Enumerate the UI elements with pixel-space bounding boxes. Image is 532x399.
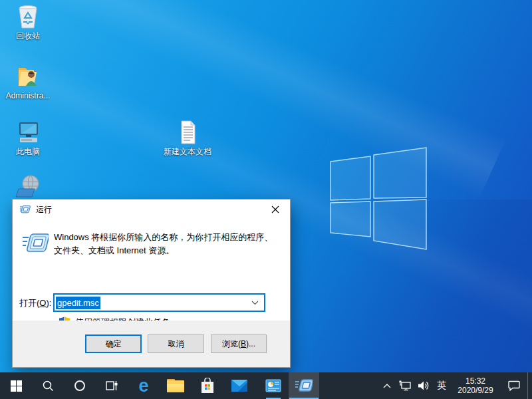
open-label-suffix: ):	[46, 298, 51, 308]
file-explorer-button[interactable]	[160, 372, 192, 399]
taskbar-app-run[interactable]	[289, 372, 319, 399]
desktop-icon-label: 回收站	[3, 31, 53, 41]
action-center-icon	[508, 380, 520, 391]
desktop-icon-label: 此电脑	[3, 147, 53, 156]
ime-indicator[interactable]: 英	[433, 372, 450, 399]
desktop-icon-this-pc[interactable]: 此电脑	[3, 120, 53, 156]
windows-start-icon	[11, 380, 22, 392]
store-button[interactable]	[192, 372, 223, 399]
store-icon	[200, 378, 215, 394]
file-explorer-icon	[167, 379, 184, 392]
chevron-up-icon	[383, 384, 391, 388]
ok-button-label: 确定	[106, 338, 122, 350]
run-dialog-footer: 确定 取消 浏览(B)...	[13, 321, 290, 367]
desktop-icon-new-text-document[interactable]: 新建文本文档	[162, 120, 213, 156]
desktop-icon-label: Administra...	[3, 91, 53, 100]
taskbar-clock[interactable]: 15:32 2020/9/29	[450, 376, 501, 395]
system-tray: 英 15:32 2020/9/29	[378, 372, 532, 399]
search-icon	[42, 380, 54, 392]
open-label-prefix: 打开(	[19, 298, 39, 308]
open-row: 打开(O): gpedit.msc	[19, 294, 285, 311]
run-icon-large	[22, 233, 49, 255]
task-view-icon	[105, 380, 118, 392]
browse-button[interactable]: 浏览(B)...	[211, 334, 267, 353]
run-dialog-titlebar[interactable]: 运行	[13, 200, 290, 219]
mail-icon	[231, 380, 247, 392]
user-folder-icon	[15, 64, 41, 89]
chevron-down-icon[interactable]	[251, 301, 259, 305]
open-label-mnemonic: O	[39, 298, 46, 308]
desktop-icon-network[interactable]	[3, 172, 53, 199]
close-icon	[271, 205, 279, 213]
desktop-icon-recycle-bin[interactable]: 回收站	[3, 4, 53, 41]
close-button[interactable]	[260, 200, 290, 219]
cancel-button[interactable]: 取消	[148, 334, 204, 353]
clock-time: 15:32	[450, 376, 501, 386]
run-command-combobox[interactable]: gpedit.msc	[54, 294, 265, 311]
browse-label-mnemonic: B	[241, 339, 246, 348]
cortana-button[interactable]	[64, 372, 96, 399]
windows-logo	[325, 144, 434, 257]
ok-button[interactable]: 确定	[85, 334, 142, 353]
search-button[interactable]	[32, 372, 64, 399]
desktop-icon-label: 新建文本文档	[162, 147, 213, 156]
description-line1: Windows 将根据你所输入的名称，为你打开相应的程序、	[54, 231, 283, 244]
cortana-icon	[74, 380, 86, 392]
browse-label-suffix: )...	[246, 339, 255, 348]
clock-date: 2020/9/29	[450, 386, 501, 395]
start-button[interactable]	[0, 372, 32, 399]
show-desktop-button[interactable]	[527, 372, 532, 399]
network-tray-button[interactable]	[396, 372, 414, 399]
volume-tray-button[interactable]	[414, 372, 433, 399]
network-tray-icon	[399, 380, 411, 391]
run-dialog: 运行 Windows 将根据你所输入的名称，为你打开相应的程序、 文件夹、文档或…	[12, 199, 291, 368]
taskbar-app-system-window[interactable]	[258, 372, 289, 399]
taskbar: e	[0, 372, 532, 399]
volume-icon	[418, 380, 430, 391]
run-description: Windows 将根据你所输入的名称，为你打开相应的程序、 文件夹、文档或 In…	[54, 231, 283, 257]
description-line2: 文件夹、文档或 Internet 资源。	[54, 244, 283, 257]
task-view-button[interactable]	[96, 372, 128, 399]
run-command-input-value[interactable]: gpedit.msc	[56, 297, 100, 309]
run-dialog-body: Windows 将根据你所输入的名称，为你打开相应的程序、 文件夹、文档或 In…	[13, 219, 290, 321]
recycle-bin-icon	[15, 4, 41, 29]
cancel-button-label: 取消	[168, 338, 184, 350]
edge-icon: e	[138, 377, 148, 395]
run-icon	[20, 205, 31, 214]
mail-button[interactable]	[223, 372, 255, 399]
text-document-icon	[174, 120, 201, 145]
edge-button[interactable]: e	[128, 372, 160, 399]
taskbar-running-apps	[258, 372, 319, 399]
taskbar-left: e	[0, 372, 255, 399]
action-center-button[interactable]	[501, 372, 527, 399]
network-icon	[15, 172, 41, 197]
computer-icon	[15, 120, 41, 145]
desktop-icon-administrator[interactable]: Administra...	[3, 64, 53, 100]
open-label: 打开(O):	[19, 297, 51, 309]
system-window-icon	[265, 379, 281, 392]
browse-label-prefix: 浏览(	[222, 338, 241, 350]
tray-overflow-button[interactable]	[378, 372, 396, 399]
run-taskbar-icon	[295, 378, 313, 393]
dialog-title: 运行	[36, 204, 52, 215]
